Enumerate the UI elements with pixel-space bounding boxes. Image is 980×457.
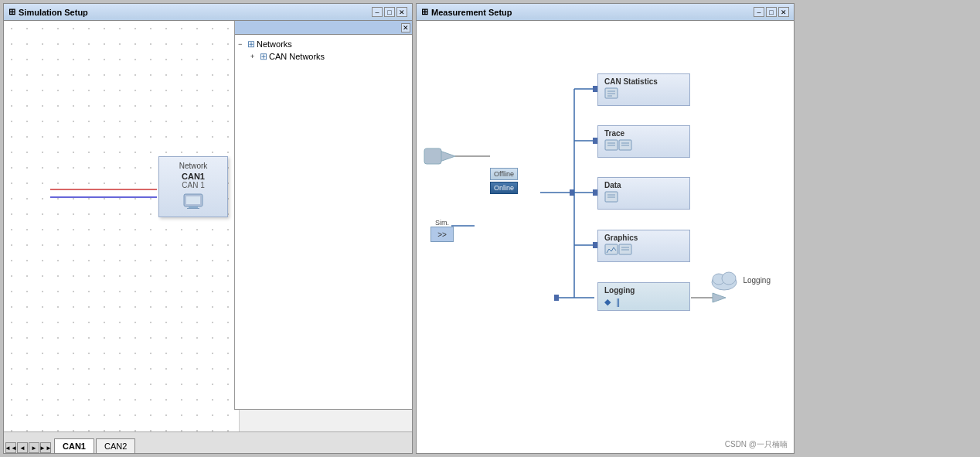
svg-marker-27 xyxy=(713,293,726,302)
network-block-icon xyxy=(182,193,204,212)
svg-rect-5 xyxy=(187,208,199,209)
sim-title-icon: ⊞ xyxy=(9,7,15,17)
logging-icons: ◆ ‖ xyxy=(604,296,683,307)
tree-icon-networks: ⊞ xyxy=(247,39,255,49)
tree-close-button[interactable]: ✕ xyxy=(401,23,410,32)
meas-canvas: Sim. >> Offline Online CAN Statistics Tr… xyxy=(417,21,794,453)
tree-icon-can-networks: ⊞ xyxy=(260,51,267,62)
tree-content: − ⊞ Networks + ⊞ CAN Networks xyxy=(235,35,412,409)
tree-expand-can-networks[interactable]: + xyxy=(250,53,258,60)
meas-minimize-button[interactable]: – xyxy=(754,7,764,17)
sim-title-text: Simulation Setup xyxy=(19,8,88,17)
can-statistics-title: CAN Statistics xyxy=(604,77,683,86)
watermark: CSDN @一只楠喃 xyxy=(725,439,788,450)
measurement-setup-window: ⊞ Measurement Setup – □ ✕ xyxy=(416,3,795,454)
graphics-icons xyxy=(604,244,683,258)
mode-block: Offline Online xyxy=(490,168,518,196)
can-statistics-block[interactable]: CAN Statistics xyxy=(597,73,690,106)
graphics-title: Graphics xyxy=(604,234,683,242)
can-statistics-icons xyxy=(604,87,683,102)
sim-canvas[interactable]: Network CAN1 CAN 1 xyxy=(4,21,240,431)
meas-titlebar: ⊞ Measurement Setup – □ ✕ xyxy=(417,4,794,21)
data-block[interactable]: Data xyxy=(597,177,690,210)
sim-close-button[interactable]: ✕ xyxy=(396,7,407,17)
nav-next-button[interactable]: ► xyxy=(29,442,39,453)
sim-window-controls: – □ ✕ xyxy=(372,7,407,17)
sim-content-area: Network CAN1 CAN 1 ✕ xyxy=(4,21,412,431)
nav-first-button[interactable]: ◄◄ xyxy=(5,442,16,453)
sim-arrow-block[interactable]: >> xyxy=(430,227,454,242)
online-button[interactable]: Online xyxy=(490,182,518,194)
svg-marker-7 xyxy=(440,151,455,162)
graphics-block[interactable]: Graphics xyxy=(597,230,690,262)
tree-titlebar: ✕ xyxy=(235,21,412,35)
meas-window-controls: – □ ✕ xyxy=(754,7,789,17)
data-icons xyxy=(604,191,683,206)
sim-tabs-bar: ◄◄ ◄ ► ►► CAN1 CAN2 xyxy=(4,431,412,453)
data-title: Data xyxy=(604,181,683,189)
meas-content-area: Sim. >> Offline Online CAN Statistics Tr… xyxy=(417,21,794,453)
tree-item-can-networks[interactable]: + ⊞ CAN Networks xyxy=(238,50,409,63)
logging-external-label: Logging xyxy=(743,276,771,285)
network-block-title: Network xyxy=(179,162,208,170)
trace-block[interactable]: Trace xyxy=(597,125,690,158)
meas-title-icon: ⊞ xyxy=(421,7,428,17)
sim-title: ⊞ Simulation Setup xyxy=(9,7,88,17)
network-tree-panel: ✕ − ⊞ Networks + ⊞ CAN Networks xyxy=(234,21,412,410)
meas-maximize-button[interactable]: □ xyxy=(766,7,777,17)
nav-prev-button[interactable]: ◄ xyxy=(17,442,28,453)
simulation-setup-window: ⊞ Simulation Setup – □ ✕ Network CAN1 CA… xyxy=(3,3,413,454)
canvas-wires-svg xyxy=(4,21,239,431)
sim-minimize-button[interactable]: – xyxy=(372,7,383,17)
logging-cloud-icon xyxy=(709,268,740,292)
nav-last-button[interactable]: ►► xyxy=(40,442,51,453)
svg-rect-24 xyxy=(554,295,559,301)
logging-external-block: Logging xyxy=(709,268,771,292)
network-block-sub: CAN 1 xyxy=(182,181,204,189)
svg-rect-3 xyxy=(186,196,200,204)
offline-button[interactable]: Offline xyxy=(490,168,518,180)
meas-title-text: Measurement Setup xyxy=(431,8,512,17)
sim-text-label: Sim. xyxy=(435,219,449,227)
logging-title: Logging xyxy=(604,286,683,295)
trace-title: Trace xyxy=(604,129,683,138)
tab-nav-buttons: ◄◄ ◄ ► ►► xyxy=(5,442,51,453)
sim-label-area: Sim. >> xyxy=(430,219,454,242)
network-block-name: CAN1 xyxy=(182,172,205,181)
tree-label-networks: Networks xyxy=(257,39,292,49)
logging-block[interactable]: Logging ◆ ‖ xyxy=(597,282,690,311)
meas-close-button[interactable]: ✕ xyxy=(778,7,789,17)
svg-point-47 xyxy=(722,272,736,285)
tree-item-networks[interactable]: − ⊞ Networks xyxy=(238,38,409,50)
tree-expand-networks[interactable]: − xyxy=(238,40,246,48)
tree-label-can-networks: CAN Networks xyxy=(269,52,325,61)
tab-can1[interactable]: CAN1 xyxy=(54,438,94,453)
sim-maximize-button[interactable]: □ xyxy=(384,7,395,17)
svg-rect-10 xyxy=(570,189,574,196)
sim-titlebar: ⊞ Simulation Setup – □ ✕ xyxy=(4,4,412,21)
tab-can2[interactable]: CAN2 xyxy=(96,438,135,453)
trace-icons xyxy=(604,139,683,154)
network-block[interactable]: Network CAN1 CAN 1 xyxy=(158,156,228,217)
meas-title: ⊞ Measurement Setup xyxy=(421,7,512,17)
svg-rect-8 xyxy=(424,148,441,164)
